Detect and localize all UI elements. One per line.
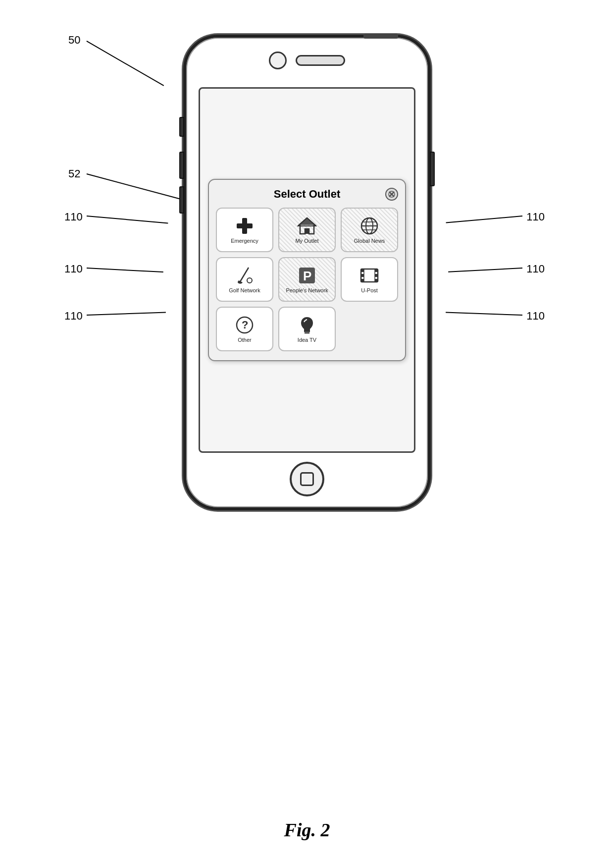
svg-text:P: P [303, 269, 311, 283]
annotation-50-line [87, 41, 164, 86]
annotation-52-line [87, 173, 183, 200]
side-button-left-mid2[interactable] [179, 186, 184, 214]
other-label: Other [238, 337, 252, 343]
app-icon-global-news[interactable]: Global News [341, 208, 398, 252]
annotation-110-l2: 110 [64, 263, 83, 275]
dialog-title: Select Outlet [274, 188, 340, 201]
ann-line-110-l1 [87, 216, 168, 223]
bulb-icon [297, 315, 317, 335]
select-outlet-dialog: Select Outlet [208, 179, 406, 361]
svg-marker-7 [299, 218, 315, 225]
annotation-110-l3: 110 [64, 310, 83, 323]
svg-rect-6 [305, 229, 309, 234]
svg-point-15 [247, 278, 252, 283]
annotation-110-r2: 110 [526, 263, 545, 275]
u-post-label: U-Post [361, 287, 378, 294]
ann-line-110-r1 [446, 216, 523, 223]
ann-line-110-l2 [87, 268, 163, 272]
close-icon [388, 191, 395, 198]
annotation-52: 52 [68, 167, 80, 180]
camera [269, 52, 287, 69]
global-news-label: Global News [354, 238, 385, 244]
svg-rect-24 [375, 279, 378, 282]
idea-tv-label: Idea TV [298, 337, 316, 343]
golf-icon [235, 266, 255, 285]
app-icon-u-post[interactable]: U-Post [341, 257, 398, 302]
annotation-110-l1: 110 [64, 211, 83, 223]
annotation-50: 50 [68, 34, 80, 47]
phone-screen: Select Outlet [199, 87, 415, 453]
svg-rect-23 [375, 274, 378, 277]
app-grid: Emergency My Outlet [216, 208, 398, 351]
speaker [296, 55, 345, 66]
side-button-right[interactable] [430, 152, 435, 186]
film-icon [359, 266, 379, 285]
svg-rect-4 [237, 223, 253, 228]
ann-line-110-r3 [446, 312, 522, 316]
side-button-left-mid1[interactable] [179, 152, 184, 179]
peoples-network-label: People's Network [286, 287, 328, 294]
globe-icon [359, 216, 379, 236]
figure-label: Fig. 2 [284, 819, 330, 841]
top-connector [363, 34, 398, 39]
house-icon [297, 216, 317, 236]
page-container: 50 52 110 110 110 110 110 110 [0, 0, 614, 868]
ann-line-110-l3 [87, 312, 166, 315]
dialog-close-button[interactable] [385, 188, 398, 201]
app-icon-idea-tv[interactable]: Idea TV [278, 307, 336, 351]
my-outlet-label: My Outlet [295, 238, 318, 244]
parking-icon: P [297, 266, 317, 285]
app-icon-golf-network[interactable]: Golf Network [216, 257, 273, 302]
annotation-110-r3: 110 [526, 310, 545, 323]
side-button-left-top[interactable] [179, 117, 184, 137]
phone-top-bar [269, 52, 345, 69]
app-icon-other[interactable]: ? Other [216, 307, 273, 351]
ann-line-110-r2 [448, 268, 522, 272]
svg-rect-21 [361, 279, 364, 282]
question-icon: ? [235, 315, 255, 335]
annotation-110-r1: 110 [526, 211, 545, 223]
cross-icon [235, 216, 255, 236]
app-icon-my-outlet[interactable]: My Outlet [278, 208, 336, 252]
dialog-header: Select Outlet [216, 188, 398, 201]
app-icon-peoples-network[interactable]: P People's Network [278, 257, 336, 302]
home-button[interactable] [290, 462, 324, 496]
svg-text:?: ? [242, 319, 248, 331]
svg-rect-20 [361, 274, 364, 277]
home-button-inner [300, 472, 314, 486]
svg-rect-22 [375, 269, 378, 272]
golf-network-label: Golf Network [229, 287, 260, 294]
svg-rect-19 [361, 269, 364, 272]
emergency-label: Emergency [231, 238, 258, 244]
phone-device: Select Outlet [183, 35, 431, 510]
app-icon-emergency[interactable]: Emergency [216, 208, 273, 252]
